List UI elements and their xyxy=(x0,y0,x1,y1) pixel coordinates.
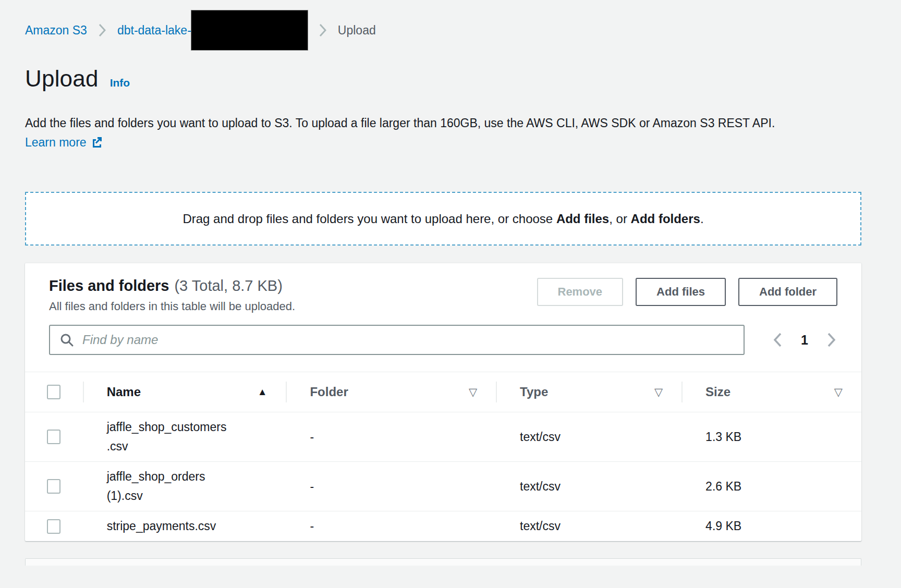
panel-header: Files and folders(3 Total, 8.7 KB) All f… xyxy=(25,263,861,313)
redacted-bucket-name xyxy=(191,10,308,50)
breadcrumb-bucket: dbt-data-lake- xyxy=(117,10,308,50)
dropzone-text-suffix: . xyxy=(700,212,704,226)
file-name: jaffle_shop_customers.csv xyxy=(83,418,237,456)
table-header-row: Name ▲ Folder ▽ Type ▽ xyxy=(25,372,861,412)
column-filter-icon[interactable]: ▽ xyxy=(834,386,843,398)
panel-title-text: Files and folders xyxy=(49,277,169,294)
column-label-size: Size xyxy=(705,385,730,399)
file-folder: - xyxy=(286,477,496,496)
files-and-folders-panel: Files and folders(3 Total, 8.7 KB) All f… xyxy=(25,263,861,541)
column-label-type: Type xyxy=(520,385,548,399)
panel-title: Files and folders(3 Total, 8.7 KB) xyxy=(49,277,295,295)
file-name: jaffle_shop_orders (1).csv xyxy=(83,467,237,506)
table-row: jaffle_shop_customers.csv - text/csv 1.3… xyxy=(25,412,861,462)
learn-more-link[interactable]: Learn more xyxy=(25,136,87,149)
breadcrumb-amazon-s3[interactable]: Amazon S3 xyxy=(25,23,87,38)
file-name: stripe_payments.csv xyxy=(83,517,237,536)
file-type: text/csv xyxy=(496,517,681,536)
files-table: Name ▲ Folder ▽ Type ▽ xyxy=(25,372,861,541)
search-input[interactable] xyxy=(82,333,734,347)
search-box[interactable] xyxy=(49,325,745,355)
file-size: 4.9 KB xyxy=(681,517,861,536)
dropzone-text: Drag and drop files and folders you want… xyxy=(182,212,703,226)
row-checkbox[interactable] xyxy=(47,519,60,534)
sort-ascending-icon[interactable]: ▲ xyxy=(258,386,267,398)
table-row: stripe_payments.csv - text/csv 4.9 KB xyxy=(25,511,861,542)
drag-and-drop-zone[interactable]: Drag and drop files and folders you want… xyxy=(25,192,861,246)
search-icon xyxy=(59,333,74,347)
dropzone-text-prefix: Drag and drop files and folders you want… xyxy=(182,212,556,226)
external-link-icon xyxy=(91,136,103,148)
panel-titles: Files and folders(3 Total, 8.7 KB) All f… xyxy=(49,277,295,313)
previous-page-icon[interactable] xyxy=(772,332,783,348)
file-size: 2.6 KB xyxy=(681,477,861,496)
column-filter-icon[interactable]: ▽ xyxy=(469,386,477,398)
breadcrumb-bucket-link[interactable]: dbt-data-lake- xyxy=(117,23,191,38)
column-label-name: Name xyxy=(107,385,141,399)
table-row: jaffle_shop_orders (1).csv - text/csv 2.… xyxy=(25,462,861,511)
dropzone-add-folders-text: Add folders xyxy=(631,212,700,226)
panel-subtitle: All files and folders in this table will… xyxy=(49,300,295,313)
next-page-icon[interactable] xyxy=(826,332,837,348)
table-toolbar: 1 xyxy=(25,325,861,372)
file-folder: - xyxy=(286,517,496,536)
page-description: Add the files and folders you want to up… xyxy=(25,114,787,152)
breadcrumb-chevron-icon xyxy=(319,23,326,37)
next-panel-edge xyxy=(25,558,861,566)
row-checkbox[interactable] xyxy=(47,430,60,444)
column-header-name[interactable]: Name ▲ xyxy=(83,372,286,412)
file-type: text/csv xyxy=(496,427,681,447)
panel-actions: Remove Add files Add folder xyxy=(537,278,838,306)
select-all-header xyxy=(25,372,83,412)
remove-button[interactable]: Remove xyxy=(537,278,624,306)
dropzone-add-files-text: Add files xyxy=(556,212,609,226)
panel-count-summary: (3 Total, 8.7 KB) xyxy=(174,277,282,294)
add-folder-button[interactable]: Add folder xyxy=(738,278,837,306)
column-header-folder[interactable]: Folder ▽ xyxy=(286,372,496,412)
column-filter-icon[interactable]: ▽ xyxy=(654,386,663,398)
page-title-row: Upload Info xyxy=(25,66,861,92)
row-checkbox[interactable] xyxy=(47,479,60,494)
info-link[interactable]: Info xyxy=(110,77,130,89)
upload-page: Amazon S3 dbt-data-lake- Upload Upload I… xyxy=(0,0,901,566)
file-folder: - xyxy=(286,427,496,447)
column-header-type[interactable]: Type ▽ xyxy=(496,372,681,412)
page-title: Upload xyxy=(25,66,99,92)
breadcrumb-current: Upload xyxy=(338,23,376,38)
pagination: 1 xyxy=(772,332,837,348)
dropzone-text-mid: , or xyxy=(609,212,630,226)
select-all-checkbox[interactable] xyxy=(47,385,60,399)
column-label-folder: Folder xyxy=(310,385,348,399)
file-size: 1.3 KB xyxy=(681,427,861,447)
current-page-number[interactable]: 1 xyxy=(801,333,808,348)
column-header-size[interactable]: Size ▽ xyxy=(681,372,861,412)
breadcrumb-chevron-icon xyxy=(99,23,106,37)
file-type: text/csv xyxy=(496,477,681,496)
add-files-button[interactable]: Add files xyxy=(636,278,726,306)
description-text: Add the files and folders you want to up… xyxy=(25,116,775,130)
breadcrumb: Amazon S3 dbt-data-lake- Upload xyxy=(25,9,861,51)
